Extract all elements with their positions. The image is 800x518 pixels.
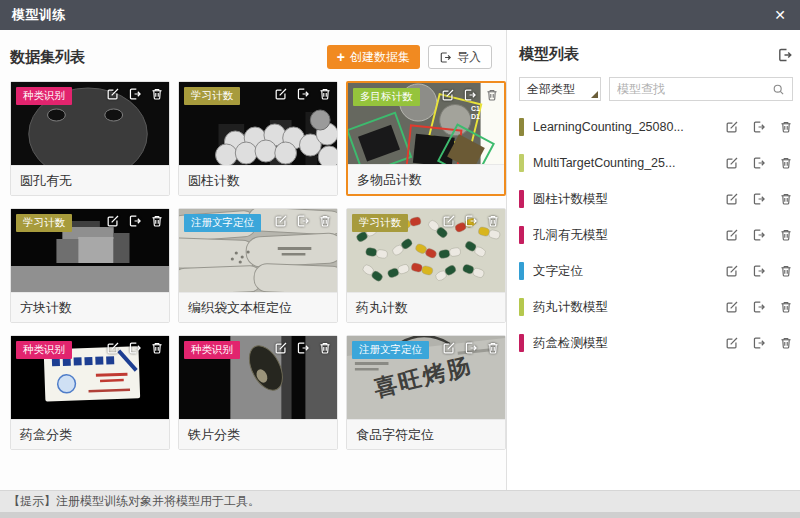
edit-icon[interactable] bbox=[442, 341, 456, 355]
model-list: LearningCounting_25080... MultiTargetCou… bbox=[519, 109, 793, 361]
edit-icon[interactable] bbox=[725, 300, 739, 314]
export-icon[interactable] bbox=[752, 228, 766, 242]
model-color-bar bbox=[519, 226, 524, 244]
delete-icon[interactable] bbox=[779, 264, 793, 278]
dataset-thumbnail: 多目标计数 C1 D1 bbox=[348, 83, 504, 164]
export-icon[interactable] bbox=[752, 336, 766, 350]
export-icon[interactable] bbox=[463, 88, 477, 102]
export-icon[interactable] bbox=[296, 87, 310, 101]
delete-icon[interactable] bbox=[779, 192, 793, 206]
delete-icon[interactable] bbox=[779, 336, 793, 350]
edit-icon[interactable] bbox=[274, 214, 288, 228]
delete-icon[interactable] bbox=[150, 87, 164, 101]
model-list-item[interactable]: LearningCounting_25080... bbox=[519, 109, 793, 145]
dataset-type-badge: 种类识别 bbox=[16, 87, 72, 105]
export-icon[interactable] bbox=[752, 264, 766, 278]
edit-icon[interactable] bbox=[725, 120, 739, 134]
edit-icon[interactable] bbox=[441, 88, 455, 102]
delete-icon[interactable] bbox=[779, 300, 793, 314]
dataset-thumbnail: 种类识别 bbox=[179, 336, 337, 419]
export-icon[interactable] bbox=[128, 214, 142, 228]
edit-icon[interactable] bbox=[725, 192, 739, 206]
import-button[interactable]: 导入 bbox=[428, 45, 492, 69]
delete-icon[interactable] bbox=[485, 88, 499, 102]
edit-icon[interactable] bbox=[106, 341, 120, 355]
export-icon[interactable] bbox=[128, 87, 142, 101]
dataset-card[interactable]: 种类识别 圆孔有无 bbox=[10, 81, 170, 196]
model-search-input[interactable] bbox=[617, 82, 772, 96]
window-bottom-edge bbox=[0, 512, 800, 518]
export-icon[interactable] bbox=[752, 300, 766, 314]
hint-bar: 【提示】注册模型训练对象并将模型用于工具。 bbox=[0, 490, 800, 512]
dataset-card[interactable]: 种类识别 铁片分类 bbox=[178, 335, 338, 450]
dataset-card[interactable]: 喜旺烤肠 注册文字定位 食品字符定位 bbox=[346, 335, 506, 450]
edit-icon[interactable] bbox=[106, 214, 120, 228]
delete-icon[interactable] bbox=[318, 87, 332, 101]
edit-icon[interactable] bbox=[106, 87, 120, 101]
export-icon[interactable] bbox=[296, 341, 310, 355]
edit-icon[interactable] bbox=[725, 264, 739, 278]
dataset-card[interactable]: 学习计数 圆柱计数 bbox=[178, 81, 338, 196]
model-list-item[interactable]: MultiTargetCounting_25... bbox=[519, 145, 793, 181]
edit-icon[interactable] bbox=[725, 336, 739, 350]
model-color-bar bbox=[519, 298, 524, 316]
model-color-bar bbox=[519, 154, 524, 172]
delete-icon[interactable] bbox=[486, 341, 500, 355]
dataset-thumbnail: 学习计数 bbox=[179, 82, 337, 165]
dataset-title: 药盒分类 bbox=[11, 419, 169, 449]
model-list-item[interactable]: 孔洞有无模型 bbox=[519, 217, 793, 253]
delete-icon[interactable] bbox=[150, 214, 164, 228]
model-color-bar bbox=[519, 118, 524, 136]
model-panel: 模型列表 全部类型 LearningCounting_25080... bbox=[506, 30, 800, 490]
delete-icon[interactable] bbox=[486, 214, 500, 228]
model-list-item[interactable]: 圆柱计数模型 bbox=[519, 181, 793, 217]
dataset-card[interactable]: 学习计数 药丸计数 bbox=[346, 208, 506, 323]
dataset-type-badge: 多目标计数 bbox=[353, 88, 420, 106]
dataset-card[interactable]: 多目标计数 C1 D1 多物品计数 bbox=[346, 81, 506, 196]
dataset-thumbnail: 注册文字定位 bbox=[179, 209, 337, 292]
export-icon[interactable] bbox=[752, 156, 766, 170]
model-type-filter[interactable]: 全部类型 bbox=[519, 77, 601, 101]
import-label: 导入 bbox=[457, 49, 481, 66]
model-list-item[interactable]: 文字定位 bbox=[519, 253, 793, 289]
content-area: 数据集列表 + 创建数据集 导入 bbox=[0, 30, 800, 490]
model-export-icon[interactable] bbox=[777, 47, 793, 63]
edit-icon[interactable] bbox=[442, 214, 456, 228]
model-panel-title: 模型列表 bbox=[519, 45, 579, 64]
model-color-bar bbox=[519, 334, 524, 352]
window-title: 模型训练 bbox=[12, 6, 66, 24]
model-list-item[interactable]: 药丸计数模型 bbox=[519, 289, 793, 325]
export-icon[interactable] bbox=[752, 120, 766, 134]
export-icon[interactable] bbox=[296, 214, 310, 228]
model-name: LearningCounting_25080... bbox=[533, 120, 716, 134]
export-icon[interactable] bbox=[464, 214, 478, 228]
dataset-title: 食品字符定位 bbox=[347, 419, 505, 449]
dataset-card[interactable]: 学习计数 方块计数 bbox=[10, 208, 170, 323]
export-icon[interactable] bbox=[464, 341, 478, 355]
export-icon[interactable] bbox=[752, 192, 766, 206]
close-icon[interactable]: ✕ bbox=[774, 8, 786, 22]
delete-icon[interactable] bbox=[318, 214, 332, 228]
dataset-thumbnail: 种类识别 bbox=[11, 82, 169, 165]
plus-icon: + bbox=[337, 50, 345, 64]
delete-icon[interactable] bbox=[779, 120, 793, 134]
export-icon[interactable] bbox=[128, 341, 142, 355]
dataset-grid: 种类识别 圆孔有无 bbox=[0, 69, 506, 450]
dataset-card[interactable]: 种类识别 药盒分类 bbox=[10, 335, 170, 450]
create-dataset-label: 创建数据集 bbox=[350, 49, 410, 66]
delete-icon[interactable] bbox=[318, 341, 332, 355]
delete-icon[interactable] bbox=[779, 228, 793, 242]
delete-icon[interactable] bbox=[150, 341, 164, 355]
edit-icon[interactable] bbox=[274, 341, 288, 355]
model-list-item[interactable]: 药盒检测模型 bbox=[519, 325, 793, 361]
dataset-title: 多物品计数 bbox=[348, 164, 504, 194]
model-color-bar bbox=[519, 262, 524, 280]
import-icon bbox=[439, 51, 452, 64]
edit-icon[interactable] bbox=[274, 87, 288, 101]
create-dataset-button[interactable]: + 创建数据集 bbox=[327, 45, 420, 69]
dataset-card[interactable]: 注册文字定位 编织袋文本框定位 bbox=[178, 208, 338, 323]
dataset-type-badge: 种类识别 bbox=[184, 341, 240, 359]
edit-icon[interactable] bbox=[725, 228, 739, 242]
delete-icon[interactable] bbox=[779, 156, 793, 170]
edit-icon[interactable] bbox=[725, 156, 739, 170]
